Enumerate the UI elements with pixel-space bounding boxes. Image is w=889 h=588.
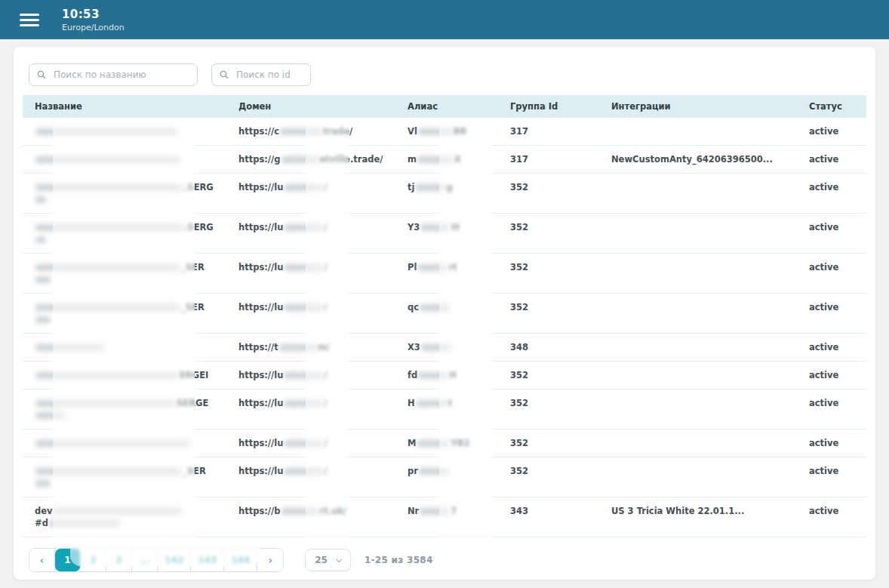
cell-text: X3 xyxy=(408,342,420,352)
redacted-text xyxy=(284,304,323,311)
column-header-domain[interactable]: Домен xyxy=(238,101,408,112)
redacted-text xyxy=(284,400,323,407)
cell-text: etville.trade/ xyxy=(320,154,383,165)
cell-domain: https://brt.uk/ xyxy=(238,505,408,517)
table-row[interactable]: https://getville.trade/mX317NewCustomAnt… xyxy=(23,146,866,174)
column-header-alias[interactable]: Алиас xyxy=(408,101,510,112)
search-name-input[interactable] xyxy=(52,69,189,81)
column-header-name[interactable]: Название xyxy=(23,101,238,112)
cell-name: _SER xyxy=(23,465,238,489)
cell-text: _SER xyxy=(183,466,206,476)
cell-text: t xyxy=(448,398,453,408)
cell-status: active xyxy=(809,181,866,193)
table-row[interactable]: https://lu/MYB2352active xyxy=(23,429,866,457)
column-header-integrations[interactable]: Интеграции xyxy=(611,101,809,112)
page-ellipsis[interactable]: ... xyxy=(132,549,158,571)
redacted-text xyxy=(35,276,51,283)
cell-text: https://t xyxy=(238,342,278,352)
cell-text: rt.uk/ xyxy=(320,506,347,516)
cell-text: BR xyxy=(454,126,467,137)
column-header-status[interactable]: Статус xyxy=(809,101,866,112)
table-row[interactable]: https://ctrade/VlBR317active xyxy=(23,118,866,146)
cell-alias: Nr7 xyxy=(408,505,510,517)
cell-domain: https://lu/ xyxy=(238,437,408,449)
redacted-text xyxy=(280,128,322,135)
redacted-text xyxy=(35,400,176,407)
table-row[interactable]: dev#dhttps://brt.uk/Nr7343US 3 Tricia Wh… xyxy=(23,497,866,537)
cell-text: .SERG xyxy=(184,182,214,192)
cell-alias: VlBR xyxy=(408,125,510,137)
page-button[interactable]: 144 xyxy=(224,549,257,571)
hamburger-menu-icon[interactable] xyxy=(20,14,39,26)
redacted-text xyxy=(35,412,66,419)
table-row[interactable]: _SERhttps://lu/Plrt352active xyxy=(23,254,866,294)
cell-text: rt xyxy=(448,262,457,272)
table-row[interactable]: _SERhttps://lu/qc352active xyxy=(23,294,866,334)
cell-group: 352 xyxy=(510,437,611,449)
redacted-text xyxy=(35,480,51,487)
cell-name: _SER xyxy=(23,261,238,285)
cell-text: https://lu xyxy=(238,222,283,232)
search-by-id-field[interactable] xyxy=(211,63,311,86)
page-button[interactable]: 2 xyxy=(81,549,106,571)
table-row[interactable]: _SERhttps://lu/pr352active xyxy=(23,457,866,497)
cell-name: .SERG xyxy=(23,181,238,205)
redacted-text xyxy=(420,224,451,231)
redacted-text xyxy=(284,468,323,475)
cell-name xyxy=(23,153,238,165)
redacted-text xyxy=(35,128,177,135)
cell-text: Vl xyxy=(408,126,417,137)
cell-text: https://c xyxy=(238,126,279,137)
cell-status: active xyxy=(809,505,866,517)
column-header-group-id[interactable]: Группа Id xyxy=(510,101,611,112)
table-row[interactable]: https://tm/X3348active xyxy=(23,334,866,362)
cell-domain: https://lu/ xyxy=(238,397,408,409)
redacted-text xyxy=(284,264,323,271)
page-button[interactable]: 1 xyxy=(55,549,81,571)
cell-text: ERGEI xyxy=(180,370,208,380)
cell-group: 317 xyxy=(510,153,611,165)
redacted-text xyxy=(418,372,448,379)
cell-text: tt xyxy=(451,222,460,232)
cell-text: https://lu xyxy=(238,466,283,476)
cell-status: active xyxy=(809,153,866,165)
cell-alias: qc xyxy=(408,301,510,313)
cell-text: _SER xyxy=(181,262,205,272)
cell-alias: Y3tt xyxy=(408,221,510,233)
page-size-select[interactable]: 25 xyxy=(305,549,351,571)
page-button[interactable]: 143 xyxy=(191,549,224,571)
cell-text: https://lu xyxy=(238,302,283,312)
table-row[interactable]: .SERGhttps://lu/tjg352active xyxy=(23,174,866,214)
search-by-name-field[interactable] xyxy=(29,63,198,86)
prev-page-button[interactable]: ‹ xyxy=(29,549,55,571)
table-row[interactable]: .SERGhttps://lu/Y3tt352active xyxy=(23,214,866,254)
redacted-text xyxy=(35,184,183,191)
redacted-text xyxy=(417,156,454,163)
table-row[interactable]: SERGEhttps://lu/Ht352active xyxy=(23,389,866,429)
redacted-text xyxy=(54,508,182,515)
redacted-text xyxy=(420,508,450,515)
cell-text: / xyxy=(324,262,327,272)
cell-text: tj xyxy=(408,182,414,192)
search-icon xyxy=(37,70,46,79)
cell-text: X xyxy=(454,154,461,165)
table-row[interactable]: ERGEIhttps://lu/fdH352active xyxy=(23,362,866,389)
clock-time: 10:53 xyxy=(62,8,125,21)
cell-alias: X3 xyxy=(408,341,510,353)
redacted-text xyxy=(35,372,179,379)
cell-text: qc xyxy=(408,302,419,312)
cell-status: active xyxy=(809,261,866,273)
clock-block: 10:53 Europe/London xyxy=(62,8,125,32)
page-button[interactable]: 3 xyxy=(106,549,132,571)
cell-status: active xyxy=(809,301,866,313)
content-card: Название Домен Алиас Группа Id Интеграци… xyxy=(14,47,875,580)
cell-alias: MYB2 xyxy=(408,437,510,449)
search-row xyxy=(14,47,875,95)
search-id-input[interactable] xyxy=(235,69,303,81)
next-page-button[interactable]: › xyxy=(257,549,283,571)
page-button[interactable]: 142 xyxy=(158,549,191,571)
cell-text: YB2 xyxy=(451,438,469,448)
redacted-text xyxy=(281,156,319,163)
redacted-text xyxy=(35,156,180,163)
redacted-text xyxy=(284,224,323,231)
